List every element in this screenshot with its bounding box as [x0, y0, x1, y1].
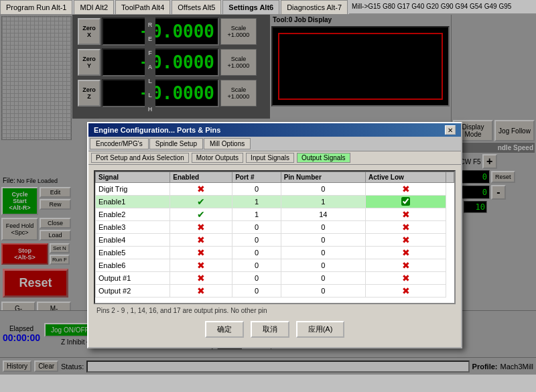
- tab-program-run[interactable]: Program Run Alt-1: [0, 0, 72, 14]
- col-enabled: Enabled: [170, 172, 232, 183]
- modal-footer: 确定 取消 应用(A): [94, 317, 456, 342]
- signal-enabled-7[interactable]: ✖: [170, 272, 232, 285]
- tab-bar: Program Run Alt-1 MDI Alt2 ToolPath Alt4…: [0, 0, 536, 15]
- signals-table: Signal Enabled Port # Pin Number Active …: [95, 172, 454, 298]
- tab-offsets[interactable]: Offsets Alt5: [172, 0, 221, 14]
- signal-active-low-8[interactable]: ✖: [366, 285, 446, 298]
- signal-pin-0: 0: [281, 183, 365, 196]
- signal-pin-3: 0: [281, 221, 365, 234]
- tab-encoder[interactable]: Encoder/MPG's: [90, 138, 149, 149]
- tab-diagnostics[interactable]: Diagnostics Alt-7: [281, 0, 348, 14]
- signal-name-4: Enable4: [96, 234, 170, 247]
- confirm-button[interactable]: 确定: [205, 321, 244, 338]
- modal-subtabs: Port Setup and Axis Selection Motor Outp…: [88, 151, 461, 165]
- modal-close-button[interactable]: ✕: [445, 125, 456, 135]
- modal-overlay: Engine Configuration... Ports & Pins ✕ E…: [0, 15, 536, 375]
- signal-name-5: Enable5: [96, 247, 170, 259]
- signal-port-0: 0: [232, 183, 281, 196]
- modal-title-bar: Engine Configuration... Ports & Pins ✕: [88, 123, 461, 137]
- signal-active-low-2[interactable]: ✖: [366, 208, 446, 221]
- signal-active-low-0[interactable]: ✖: [366, 183, 446, 196]
- subtab-motor-outputs[interactable]: Motor Outputs: [192, 153, 243, 163]
- table-note: Pins 2 - 9 , 1, 14, 16, and 17 are outpu…: [94, 304, 456, 317]
- signal-name-2: Enable2: [96, 208, 170, 221]
- signal-enabled-2[interactable]: ✔: [170, 208, 232, 221]
- signal-enabled-4[interactable]: ✖: [170, 234, 232, 247]
- col-scroll: [446, 172, 454, 183]
- subtab-input-signals[interactable]: Input Signals: [246, 153, 294, 163]
- signal-enabled-8[interactable]: ✖: [170, 285, 232, 298]
- signal-pin-1: 1: [281, 196, 365, 208]
- signal-active-low-5[interactable]: ✖: [366, 247, 446, 259]
- apply-button[interactable]: 应用(A): [296, 321, 345, 338]
- tab-toolpath[interactable]: ToolPath Alt4: [115, 0, 170, 14]
- signal-enabled-5[interactable]: ✖: [170, 247, 232, 259]
- signal-active-low-1[interactable]: [366, 196, 446, 208]
- signal-active-low-3[interactable]: ✖: [366, 221, 446, 234]
- signal-port-1: 1: [232, 196, 281, 208]
- modal-title: Engine Configuration... Ports & Pins: [94, 126, 220, 134]
- signal-port-7: 0: [232, 272, 281, 285]
- signal-active-low-4[interactable]: ✖: [366, 234, 446, 247]
- signal-port-5: 0: [232, 247, 281, 259]
- gcode-display: Mill->G15 G80 G17 G40 G20 G90 G94 G54 G4…: [349, 0, 536, 14]
- signals-table-area: Signal Enabled Port # Pin Number Active …: [94, 170, 456, 304]
- tab-mill-options[interactable]: Mill Options: [204, 138, 251, 149]
- signal-name-3: Enable3: [96, 221, 170, 234]
- tab-settings[interactable]: Settings Alt6: [222, 0, 279, 14]
- signal-pin-6: 0: [281, 259, 365, 272]
- subtab-output-signals[interactable]: Output Signals: [297, 153, 350, 163]
- signal-name-1: Enable1: [96, 196, 170, 208]
- modal-content: Signal Enabled Port # Pin Number Active …: [88, 165, 461, 347]
- cancel-button[interactable]: 取消: [251, 321, 289, 338]
- modal-tabs: Encoder/MPG's Spindle Setup Mill Options: [88, 137, 461, 151]
- engine-config-modal: Engine Configuration... Ports & Pins ✕ E…: [87, 122, 462, 348]
- signal-active-low-7[interactable]: ✖: [366, 272, 446, 285]
- subtab-port-setup[interactable]: Port Setup and Axis Selection: [91, 153, 189, 163]
- signal-name-6: Enable6: [96, 259, 170, 272]
- signal-pin-5: 0: [281, 247, 365, 259]
- signal-pin-2: 14: [281, 208, 365, 221]
- signal-pin-7: 0: [281, 272, 365, 285]
- signal-port-8: 0: [232, 285, 281, 298]
- signal-port-6: 0: [232, 259, 281, 272]
- signal-name-7: Output #1: [96, 272, 170, 285]
- signal-active-low-6[interactable]: ✖: [366, 259, 446, 272]
- signal-name-8: Output #2: [96, 285, 170, 298]
- col-port: Port #: [232, 172, 281, 183]
- col-signal: Signal: [96, 172, 170, 183]
- col-pin: Pin Number: [281, 172, 365, 183]
- col-active-low: Active Low: [366, 172, 446, 183]
- signal-port-2: 1: [232, 208, 281, 221]
- tab-mdi[interactable]: MDI Alt2: [74, 0, 114, 14]
- signal-enabled-1[interactable]: ✔: [170, 196, 232, 208]
- signal-pin-8: 0: [281, 285, 365, 298]
- signal-port-3: 0: [232, 221, 281, 234]
- signal-name-0: Digit Trig: [96, 183, 170, 196]
- signal-enabled-0[interactable]: ✖: [170, 183, 232, 196]
- signal-enabled-3[interactable]: ✖: [170, 221, 232, 234]
- signal-port-4: 0: [232, 234, 281, 247]
- tab-spindle-setup[interactable]: Spindle Setup: [149, 138, 203, 149]
- signal-pin-4: 0: [281, 234, 365, 247]
- signal-enabled-6[interactable]: ✖: [170, 259, 232, 272]
